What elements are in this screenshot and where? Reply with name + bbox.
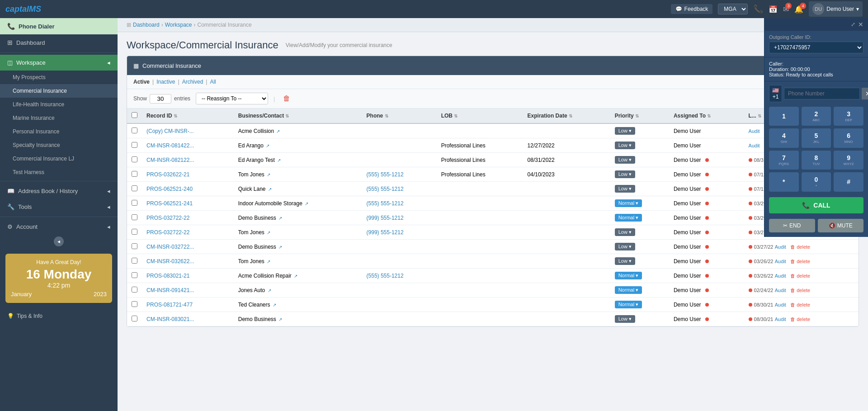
ext-link-icon[interactable]: ↗ [277, 158, 281, 163]
th-select-all[interactable] [127, 109, 142, 123]
ext-link-icon[interactable]: ↗ [268, 288, 271, 293]
audit-link[interactable]: Audit [749, 128, 760, 134]
th-exp-date[interactable]: Expiration Date ⇅ [523, 109, 610, 123]
record-id-link[interactable]: PROS-062521-240 [146, 186, 193, 192]
flag-button[interactable]: 🇺🇸 +1 [769, 85, 782, 102]
reassign-select[interactable]: -- Reassign To -- [196, 93, 268, 104]
sidebar-section-address-book[interactable]: 📖 Address Book / History ◂ [0, 183, 118, 199]
delete-link[interactable]: 🗑 delete [790, 317, 810, 322]
filter-all[interactable]: All [210, 79, 216, 85]
ext-link-icon[interactable]: ↗ [267, 172, 270, 177]
record-id-link[interactable]: CM-INSR-083021... [146, 316, 194, 322]
row-checkbox[interactable] [132, 229, 137, 235]
sidebar-item-commercial-insurance[interactable]: Commercial Insurance [0, 84, 118, 98]
row-checkbox[interactable] [132, 301, 137, 307]
record-id-link[interactable]: PROS-083021-21 [146, 273, 189, 279]
caller-id-select[interactable]: +17027475957 [769, 42, 863, 53]
audit-link[interactable]: Audit [775, 288, 786, 293]
record-id-link[interactable]: CM-INSR-081422... [146, 142, 194, 149]
mga-select[interactable]: MGA [718, 4, 748, 14]
sidebar-item-commercial-lj[interactable]: Commercial Insurance LJ [0, 152, 118, 165]
tips-info-button[interactable]: 💡 Tips & Info [0, 308, 118, 324]
user-menu-button[interactable]: DU Demo User ▾ [809, 1, 863, 17]
delete-link[interactable]: 🗑 delete [790, 302, 810, 307]
end-button[interactable]: ✂ END [769, 219, 815, 232]
priority-badge[interactable]: Normal ▾ [615, 301, 642, 308]
sidebar-section-workspace[interactable]: ◫ Workspace ◂ [0, 55, 118, 71]
keypad-star[interactable]: * [769, 172, 799, 191]
phone-nav-icon[interactable]: 📞 [753, 4, 763, 14]
filter-active[interactable]: Active [133, 79, 150, 85]
ext-link-icon[interactable]: ↗ [273, 302, 276, 307]
priority-badge[interactable]: Low ▾ [615, 127, 635, 135]
priority-badge[interactable]: Low ▾ [615, 228, 635, 236]
keypad-hash[interactable]: # [834, 172, 863, 191]
sidebar-section-tools[interactable]: 🔧 Tools ◂ [0, 199, 118, 215]
sidebar-item-my-prospects[interactable]: My Prospects [0, 71, 118, 84]
record-id-link[interactable]: PROS-062521-241 [146, 200, 193, 207]
delete-link[interactable]: 🗑 delete [790, 259, 810, 264]
record-id-link[interactable]: (Copy) CM-INSR-... [146, 128, 194, 134]
record-id-link[interactable]: PROS-032722-22 [146, 215, 189, 221]
bell-nav-icon[interactable]: 🔔 4 [794, 5, 803, 14]
sidebar-item-personal[interactable]: Personal Insurance [0, 125, 118, 138]
row-checkbox[interactable] [132, 316, 137, 321]
dialer-expand-button[interactable]: ⤢ [851, 21, 855, 28]
keypad-7[interactable]: 7PQRS [769, 151, 799, 170]
bulk-delete-button[interactable]: 🗑 [280, 94, 293, 104]
record-id-link[interactable]: CM-INSR-032722... [146, 244, 194, 250]
row-checkbox[interactable] [132, 287, 137, 293]
keypad-0[interactable]: 0+ [802, 172, 831, 191]
priority-badge[interactable]: Normal ▾ [615, 272, 642, 279]
th-priority[interactable]: Priority ⇅ [610, 109, 669, 123]
ext-link-icon[interactable]: ↗ [276, 129, 280, 134]
row-checkbox[interactable] [132, 200, 137, 206]
keypad-4[interactable]: 4GHI [769, 128, 799, 147]
keypad-8[interactable]: 8TUV [802, 151, 831, 170]
select-all-checkbox[interactable] [132, 112, 137, 118]
row-checkbox[interactable] [132, 171, 137, 177]
record-id-link[interactable]: CM-INSR-082122... [146, 157, 194, 163]
phone-link[interactable]: (999) 555-1212 [367, 229, 404, 236]
keypad-3[interactable]: 3DEF [834, 107, 863, 126]
phone-link[interactable]: (555) 555-1212 [367, 186, 404, 192]
breadcrumb-dashboard[interactable]: Dashboard [133, 22, 160, 28]
ext-link-icon[interactable]: ↗ [267, 259, 270, 264]
sidebar-item-dashboard[interactable]: ⊞ Dashboard [0, 34, 118, 51]
phone-number-input[interactable] [784, 88, 860, 99]
priority-badge[interactable]: Normal ▾ [615, 199, 642, 207]
ext-link-icon[interactable]: ↗ [294, 274, 297, 279]
ext-link-icon[interactable]: ↗ [278, 245, 282, 250]
row-checkbox[interactable] [132, 214, 137, 220]
ext-link-icon[interactable]: ↗ [268, 187, 272, 192]
priority-badge[interactable]: Low ▾ [615, 142, 635, 149]
th-assigned-to[interactable]: Assigned To ⇅ [669, 109, 744, 123]
show-entries-input[interactable] [150, 94, 171, 104]
delete-link[interactable]: 🗑 delete [790, 244, 810, 250]
record-id-link[interactable]: PROS-032622-21 [146, 171, 189, 178]
keypad-2[interactable]: 2ABC [802, 107, 831, 126]
audit-link[interactable]: Audit [775, 244, 786, 250]
record-id-link[interactable]: CM-INSR-032622... [146, 258, 194, 265]
th-lob[interactable]: LOB ⇅ [437, 109, 523, 123]
priority-badge[interactable]: Normal ▾ [615, 286, 642, 294]
priority-badge[interactable]: Low ▾ [615, 156, 635, 164]
phone-link[interactable]: (555) 555-1212 [367, 200, 404, 207]
audit-link[interactable]: Audit [775, 302, 786, 307]
audit-link[interactable]: Audit [775, 273, 786, 279]
phone-link[interactable]: (555) 555-1212 [367, 171, 404, 178]
phone-clear-button[interactable]: ✕ [862, 88, 868, 99]
phone-link[interactable]: (999) 555-1212 [367, 215, 404, 221]
keypad-6[interactable]: 6MNO [834, 128, 863, 147]
priority-badge[interactable]: Normal ▾ [615, 214, 642, 222]
filter-archived[interactable]: Archived [182, 79, 203, 85]
record-id-link[interactable]: CM-INSR-091421... [146, 287, 194, 293]
row-checkbox[interactable] [132, 185, 137, 191]
delete-link[interactable]: 🗑 delete [790, 288, 810, 293]
row-checkbox[interactable] [132, 272, 137, 278]
delete-link[interactable]: 🗑 delete [790, 273, 810, 279]
ext-link-icon[interactable]: ↗ [278, 317, 282, 322]
row-checkbox[interactable] [132, 128, 137, 133]
sidebar-item-life-health[interactable]: Life-Health Insurance [0, 98, 118, 111]
sidebar-section-account[interactable]: ⚙ Account ◂ [0, 219, 118, 235]
